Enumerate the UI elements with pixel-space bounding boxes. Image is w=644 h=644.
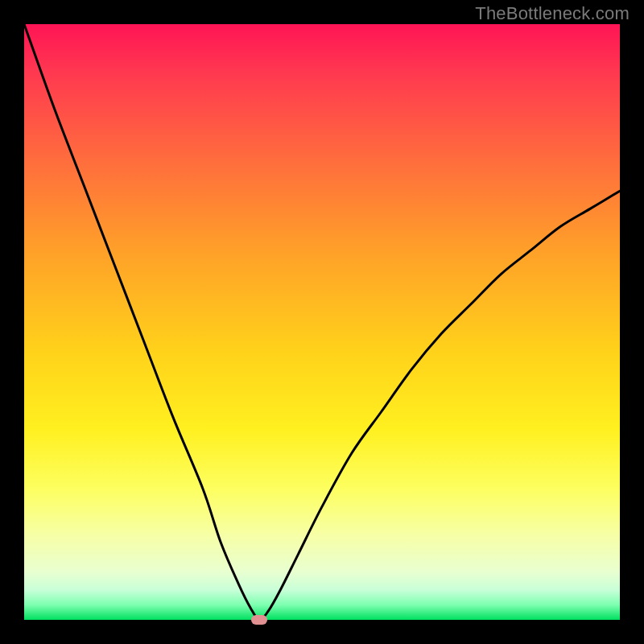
watermark-text: TheBottleneck.com (475, 3, 630, 24)
minimum-marker (251, 615, 267, 625)
bottleneck-curve (24, 24, 620, 620)
plot-area (24, 24, 620, 620)
chart-frame: TheBottleneck.com (0, 0, 644, 644)
